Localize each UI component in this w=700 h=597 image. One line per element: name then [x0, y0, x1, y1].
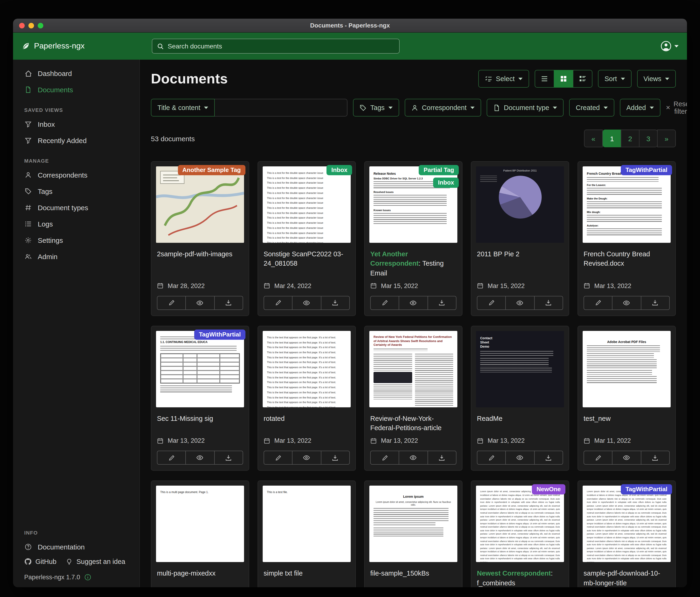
- document-type-filter-button[interactable]: Document type: [486, 99, 564, 117]
- document-card[interactable]: Lorem ipsumLorem ipsum dolor sit amet, c…: [364, 481, 462, 587]
- sidebar-item-tags[interactable]: Tags: [13, 183, 139, 199]
- view-document-button[interactable]: [612, 296, 641, 310]
- document-card[interactable]: Adobe Acrobat PDF Files test_new Mar 11,…: [577, 326, 676, 471]
- sidebar-item-inbox[interactable]: Inbox: [13, 116, 139, 133]
- sidebar-item-recently-added[interactable]: Recently Added: [13, 133, 139, 149]
- sidebar-item-admin[interactable]: Admin: [13, 248, 139, 265]
- tags-filter-button[interactable]: Tags: [353, 99, 399, 117]
- search-input[interactable]: [168, 42, 395, 50]
- document-title[interactable]: file-sample_150kBs: [365, 564, 462, 587]
- document-card[interactable]: TagWithPartial Lorem ipsum dolor sit ame…: [577, 481, 676, 587]
- view-document-button[interactable]: [292, 451, 321, 465]
- document-correspondent-link[interactable]: Newest Correspondent: [477, 570, 551, 577]
- list-view-button[interactable]: [535, 70, 554, 88]
- brand[interactable]: Paperless-ngx: [21, 42, 84, 51]
- sidebar-item-correspondents[interactable]: Correspondents: [13, 167, 139, 183]
- document-thumbnail[interactable]: Lorem ipsumLorem ipsum dolor sit amet, c…: [365, 481, 462, 564]
- edit-document-button[interactable]: [477, 451, 506, 465]
- sidebar-item-documents[interactable]: Documents: [13, 81, 139, 98]
- user-menu[interactable]: [660, 41, 679, 52]
- document-thumbnail[interactable]: This is a test file.: [258, 481, 355, 564]
- edit-document-button[interactable]: [370, 451, 399, 465]
- download-document-button[interactable]: [641, 296, 670, 310]
- download-document-button[interactable]: [427, 296, 456, 310]
- tag-badge[interactable]: TagWithPartial: [194, 330, 246, 340]
- next-page-button[interactable]: »: [657, 129, 676, 147]
- view-document-button[interactable]: [399, 451, 428, 465]
- page-3-button[interactable]: 3: [639, 129, 658, 147]
- page-1-button[interactable]: 1: [603, 129, 621, 147]
- view-document-button[interactable]: [185, 451, 215, 465]
- document-card[interactable]: Partial TagInbox Release NotesSimba ODBC…: [364, 161, 462, 316]
- document-title[interactable]: French Country Bread Revised.docx: [578, 245, 675, 269]
- document-card[interactable]: Patient BP Distribution 2011 2011 BP Pie…: [471, 161, 569, 316]
- document-thumbnail[interactable]: This is the text that appears on the fir…: [258, 326, 355, 409]
- suggest-idea-link[interactable]: Suggest an idea: [66, 558, 125, 565]
- view-document-button[interactable]: [185, 296, 215, 310]
- document-card[interactable]: Review of New York Federal Petitions for…: [364, 326, 462, 471]
- document-title[interactable]: rotated: [258, 409, 355, 433]
- download-document-button[interactable]: [321, 296, 350, 310]
- document-title[interactable]: simple txt file: [258, 564, 355, 587]
- edit-document-button[interactable]: [264, 296, 293, 310]
- document-title[interactable]: Yet Another Correspondent: Testing Email: [365, 245, 462, 279]
- title-content-filter-button[interactable]: Title & content: [151, 99, 215, 117]
- view-document-button[interactable]: [292, 296, 321, 310]
- tag-badge[interactable]: Inbox: [327, 165, 352, 175]
- created-filter-button[interactable]: Created: [569, 99, 614, 117]
- close-window-button[interactable]: [19, 23, 25, 28]
- sidebar-item-logs[interactable]: Logs: [13, 216, 139, 232]
- tag-badge[interactable]: Inbox: [433, 177, 459, 188]
- tag-badge[interactable]: Partial Tag: [419, 165, 459, 175]
- document-title[interactable]: multi-page-mixedxx: [151, 564, 249, 587]
- zoom-window-button[interactable]: [38, 23, 43, 28]
- document-card[interactable]: Another Sample Tag 2sample-pdf-with-imag…: [151, 161, 249, 316]
- document-title[interactable]: ReadMe: [471, 409, 569, 433]
- document-title[interactable]: sample-pdf-download-10-mb-longer-title: [578, 564, 675, 587]
- previous-page-button[interactable]: «: [584, 129, 603, 147]
- document-card[interactable]: Inbox This is a test for the double spac…: [257, 161, 356, 316]
- edit-document-button[interactable]: [157, 296, 186, 310]
- document-thumbnail[interactable]: Adobe Acrobat PDF Files: [578, 326, 675, 409]
- view-document-button[interactable]: [505, 296, 535, 310]
- sidebar-item-document-types[interactable]: Document types: [13, 199, 139, 216]
- view-document-button[interactable]: [612, 451, 641, 465]
- tag-badge[interactable]: TagWithPartial: [621, 165, 672, 175]
- download-document-button[interactable]: [214, 451, 243, 465]
- document-title[interactable]: Sec 11-Missing sig: [151, 409, 249, 433]
- document-correspondent-link[interactable]: Yet Another Correspondent: [370, 250, 419, 267]
- detail-view-button[interactable]: [573, 70, 593, 88]
- download-document-button[interactable]: [427, 451, 456, 465]
- sidebar-item-dashboard[interactable]: Dashboard: [13, 65, 139, 81]
- document-card[interactable]: This is a test file. simple txt file: [257, 481, 356, 587]
- sidebar-item-settings[interactable]: Settings: [13, 232, 139, 248]
- download-document-button[interactable]: [534, 451, 563, 465]
- grid-view-button[interactable]: [554, 70, 573, 88]
- document-thumbnail[interactable]: Contact Sheet Demo: [471, 326, 569, 409]
- reset-filters-button[interactable]: × Reset filters: [666, 100, 687, 115]
- download-document-button[interactable]: [321, 451, 350, 465]
- document-card[interactable]: TagWithPartial French Country BreadFor t…: [577, 161, 676, 316]
- document-card[interactable]: This is the text that appears on the fir…: [257, 326, 356, 471]
- minimize-window-button[interactable]: [28, 23, 34, 28]
- edit-document-button[interactable]: [157, 451, 186, 465]
- views-button[interactable]: Views: [637, 70, 676, 88]
- view-document-button[interactable]: [399, 296, 428, 310]
- document-title[interactable]: Newest Correspondent: f_combineds: [471, 564, 569, 587]
- document-thumbnail[interactable]: Review of New York Federal Petitions for…: [365, 326, 462, 409]
- sort-button[interactable]: Sort: [598, 70, 631, 88]
- edit-document-button[interactable]: [583, 451, 613, 465]
- view-document-button[interactable]: [505, 451, 535, 465]
- document-title[interactable]: Sonstige ScanPC2022 03-24_081058: [258, 245, 355, 269]
- document-card[interactable]: This is a multi page document. Page 1. m…: [151, 481, 249, 587]
- document-title[interactable]: 2sample-pdf-with-images: [151, 245, 249, 269]
- download-document-button[interactable]: [534, 296, 563, 310]
- download-document-button[interactable]: [214, 296, 243, 310]
- document-card[interactable]: Contact Sheet Demo ReadMe Mar 13, 2022: [471, 326, 569, 471]
- correspondent-filter-button[interactable]: Correspondent: [405, 99, 481, 117]
- page-2-button[interactable]: 2: [621, 129, 640, 147]
- document-thumbnail[interactable]: This is a multi page document. Page 1.: [151, 481, 249, 564]
- edit-document-button[interactable]: [583, 296, 613, 310]
- tag-badge[interactable]: Another Sample Tag: [178, 165, 246, 175]
- document-thumbnail[interactable]: Patient BP Distribution 2011: [471, 162, 569, 245]
